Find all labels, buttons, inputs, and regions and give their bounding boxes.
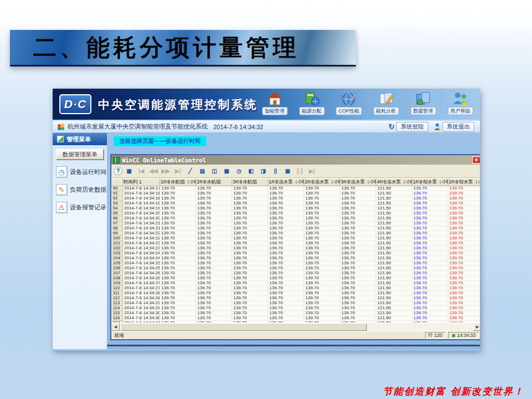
- scrollbar-thumb[interactable]: [120, 323, 367, 331]
- column-header[interactable]: 2#冷水机组: [196, 179, 232, 186]
- value-cell: 139.70: [268, 246, 304, 251]
- column-header[interactable]: 3#冷水机组: [232, 179, 268, 186]
- column-header[interactable]: 1#冷水机组（小时）: [160, 179, 196, 186]
- table-row[interactable]: 1072014-7-6 14:34:26139.70139.70139.7013…: [112, 271, 480, 276]
- table-row[interactable]: 1012014-7-6 14:34:23139.70139.70139.7013…: [112, 241, 480, 246]
- value-cell: 139.70: [340, 266, 376, 271]
- nav-item-6[interactable]: 用户帮助: [442, 91, 479, 115]
- table-row[interactable]: 1092014-7-6 14:34:27139.70139.70139.7013…: [112, 281, 480, 286]
- table-row[interactable]: 1052014-7-6 14:34:25139.70139.70139.7013…: [112, 261, 480, 266]
- calendar-config-icon[interactable]: ▦: [124, 166, 135, 176]
- table-row[interactable]: 1162014-7-6 14:34:30139.70139.70139.7013…: [112, 316, 480, 321]
- print-icon[interactable]: ▣: [282, 166, 293, 176]
- column-header[interactable]: 1#冷却水泵（小时）: [412, 179, 448, 186]
- table-row[interactable]: 1082014-7-6 14:34:26139.70139.70139.7013…: [112, 276, 480, 281]
- copy-icon[interactable]: ▤: [197, 166, 208, 176]
- table-row[interactable]: 932014-7-6 14:34:19139.70139.70139.70139…: [112, 201, 480, 206]
- column-header[interactable]: 1#冷冻水泵（小时）: [268, 179, 304, 186]
- value-cell: 139.70: [196, 296, 232, 301]
- value-cell: 139.70: [160, 291, 196, 296]
- logout-button[interactable]: 系统退出: [442, 122, 474, 132]
- timestamp-cell: 2014-7-6 14:34:19: [123, 206, 160, 211]
- nav-item-5[interactable]: 数据管理: [405, 91, 442, 115]
- table-row[interactable]: 902014-7-6 14:34:17139.70139.70139.70139…: [112, 186, 480, 191]
- nav-item-4[interactable]: 能耗分析: [367, 91, 405, 115]
- sidebar-header-label: 管理菜单: [66, 135, 91, 144]
- table-row[interactable]: 1112014-7-6 14:34:28139.70139.70139.7013…: [112, 291, 480, 296]
- value-cell: 139.70: [304, 291, 340, 296]
- table-row[interactable]: 1132014-7-6 14:34:29139.70139.70139.7013…: [112, 301, 480, 306]
- value-cell: 139.70: [340, 241, 376, 246]
- nav-item-1[interactable]: 智能管理: [256, 91, 293, 115]
- value-cell: 139.70: [304, 236, 340, 241]
- column-header[interactable]: 4#冷冻水泵（小时）: [376, 179, 412, 186]
- table-row[interactable]: 1042014-7-6 14:34:24139.70139.70139.7013…: [112, 256, 480, 261]
- value-cell: 139.70: [268, 306, 304, 311]
- value-cell: 139.70: [412, 216, 448, 221]
- scroll-left-icon[interactable]: ◀: [111, 323, 120, 331]
- value-cell: 139.70: [448, 206, 480, 211]
- column-header[interactable]: 2#冷却水泵（小时）: [448, 179, 480, 186]
- time-range-icon[interactable]: ◷: [233, 166, 244, 176]
- sidebar-item-2[interactable]: ✎负荷历史数据: [56, 184, 107, 195]
- table-row[interactable]: 1032014-7-6 14:34:24139.70139.70139.7013…: [112, 251, 480, 256]
- data-management-menu-button[interactable]: 数据管理菜单: [56, 149, 104, 160]
- columns-icon[interactable]: ◫: [209, 166, 220, 176]
- row-number-cell: 98: [112, 226, 123, 231]
- value-cell: 139.70: [412, 311, 448, 316]
- table-row[interactable]: 1022014-7-6 14:34:23139.70139.70139.7013…: [112, 246, 480, 251]
- table-row[interactable]: 1062014-7-6 14:34:25139.70139.70139.7013…: [112, 266, 480, 271]
- value-cell: 139.70: [268, 241, 304, 246]
- value-cell: 139.70: [448, 221, 480, 226]
- scroll-right-icon[interactable]: ▶: [473, 323, 480, 331]
- table-row[interactable]: 912014-7-6 14:34:18139.70139.70139.70139…: [112, 191, 480, 196]
- sidebar-header: 管理菜单: [53, 133, 107, 145]
- sidebar-item-3[interactable]: ⚠设备报警记录: [56, 202, 107, 213]
- value-cell: 139.70: [232, 186, 268, 191]
- value-cell: 139.70: [232, 306, 268, 311]
- login-button[interactable]: 系统登陆: [396, 122, 428, 132]
- column-header[interactable]: 2#冷冻水泵（小时）: [304, 179, 340, 186]
- table-row[interactable]: 982014-7-6 14:34:21139.70139.70139.70139…: [112, 226, 480, 231]
- value-cell: 139.70: [196, 276, 232, 281]
- table-row[interactable]: 992014-7-6 14:34:22139.70139.70139.70139…: [112, 231, 480, 236]
- wincc-titlebar[interactable]: WinCC OnlineTableControl ×: [111, 155, 480, 165]
- table-row[interactable]: 1102014-7-6 14:34:27139.70139.70139.7013…: [112, 286, 480, 291]
- table-row[interactable]: 972014-7-6 14:34:21139.70139.70139.70139…: [112, 221, 480, 226]
- export-start-icon[interactable]: ◧: [245, 166, 257, 176]
- value-cell: 139.70: [412, 276, 448, 281]
- column-header[interactable]: 3#冷冻水泵（小时）: [340, 179, 376, 186]
- table-row[interactable]: 1122014-7-6 14:34:28139.70139.70139.7013…: [112, 296, 480, 301]
- wincc-toolbar: ?▦|◀◀◀▶▶▶|╱▤◫▦◷◧◨||▣[-]▶|: [111, 165, 480, 178]
- value-cell: 139.70: [412, 236, 448, 241]
- table-row[interactable]: 962014-7-6 14:34:20139.70139.70139.70139…: [112, 216, 480, 221]
- horizontal-scrollbar[interactable]: ◀ ▶: [111, 323, 480, 331]
- column-header[interactable]: 时间列 1: [123, 179, 160, 186]
- table-row[interactable]: 1152014-7-6 14:34:30139.70139.70139.7013…: [112, 311, 480, 316]
- value-cell: 139.70: [196, 231, 232, 236]
- table-row[interactable]: 942014-7-6 14:34:19139.70139.70139.70139…: [112, 206, 480, 211]
- value-cell: 139.70: [448, 256, 480, 261]
- table-row[interactable]: 922014-7-6 14:34:18139.70139.70139.70139…: [112, 196, 480, 201]
- calendar-select-icon[interactable]: ▦: [221, 166, 232, 176]
- sidebar-item-1[interactable]: ◷设备运行时间: [56, 166, 107, 177]
- nav-item-3[interactable]: COP性能: [330, 91, 367, 115]
- table-row[interactable]: 952014-7-6 14:34:20139.70139.70139.70139…: [112, 211, 480, 216]
- table-row[interactable]: 1142014-7-6 14:34:29139.70139.70139.7013…: [112, 306, 480, 311]
- pause-icon[interactable]: ||: [270, 166, 281, 176]
- table-row[interactable]: 1002014-7-6 14:34:22139.70139.70139.7013…: [112, 236, 480, 241]
- edit-icon[interactable]: ╱: [185, 166, 196, 176]
- value-cell: 139.70: [196, 286, 232, 291]
- value-cell: 139.70: [412, 281, 448, 286]
- value-cell: 139.70: [160, 281, 196, 286]
- close-icon[interactable]: ×: [472, 156, 480, 163]
- export-end-icon[interactable]: ◨: [258, 166, 269, 176]
- timestamp-cell: 2014-7-6 14:34:25: [123, 261, 160, 266]
- row-number-cell: 115: [112, 311, 123, 316]
- help-icon[interactable]: ?: [114, 167, 122, 175]
- row-number-cell: 91: [112, 191, 123, 196]
- nav-item-2[interactable]: 能源分配: [293, 91, 330, 115]
- value-cell: 139.70: [448, 216, 480, 221]
- timestamp-cell: 2014-7-6 14:34:28: [123, 291, 160, 296]
- value-cell: 139.70: [232, 256, 268, 261]
